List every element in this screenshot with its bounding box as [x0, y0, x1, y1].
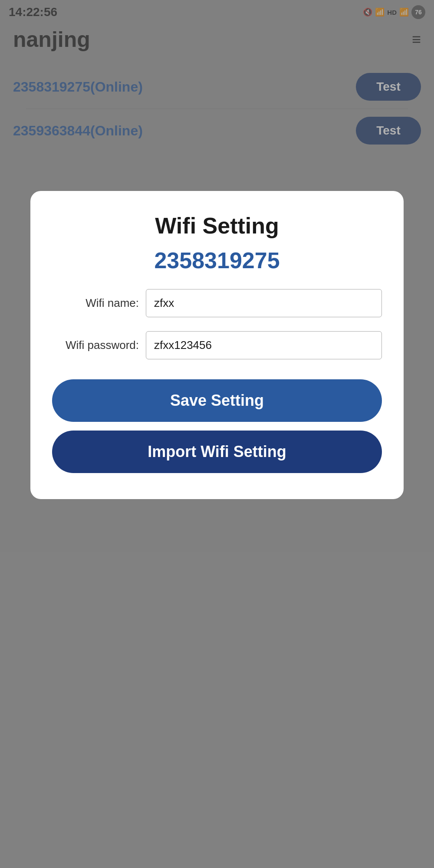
modal-title: Wifi Setting	[155, 213, 279, 239]
wifi-setting-modal: Wifi Setting 2358319275 Wifi name: Wifi …	[30, 191, 404, 499]
modal-backdrop: Wifi Setting 2358319275 Wifi name: Wifi …	[0, 0, 434, 868]
wifi-name-input[interactable]	[146, 289, 382, 317]
modal-buttons: Save Setting Import Wifi Setting	[52, 379, 382, 473]
modal-device-id: 2358319275	[154, 247, 279, 273]
wifi-name-label: Wifi name:	[52, 296, 139, 310]
import-wifi-setting-button[interactable]: Import Wifi Setting	[52, 431, 382, 473]
wifi-password-input[interactable]	[146, 331, 382, 359]
wifi-name-row: Wifi name:	[52, 289, 382, 317]
save-setting-button[interactable]: Save Setting	[52, 379, 382, 422]
wifi-password-label: Wifi password:	[52, 339, 139, 352]
wifi-password-row: Wifi password:	[52, 331, 382, 359]
